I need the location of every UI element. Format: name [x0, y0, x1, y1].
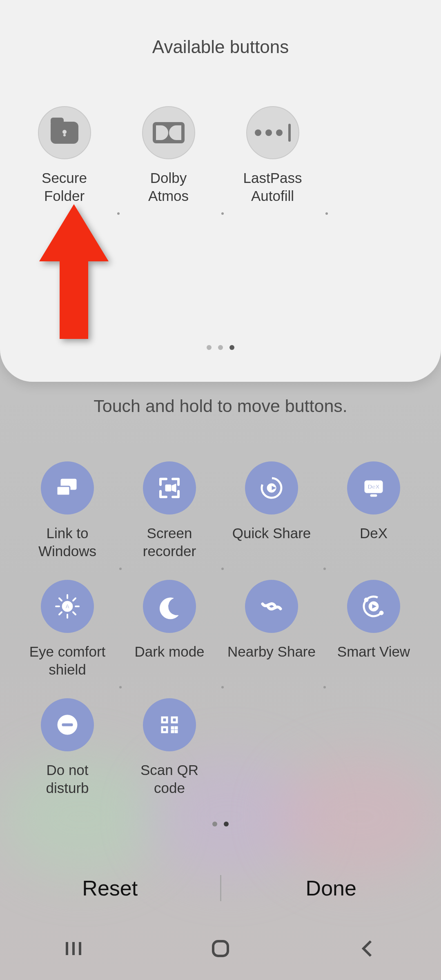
svg-rect-9: [370, 494, 377, 497]
link-windows-icon: [41, 461, 94, 514]
svg-line-20: [59, 612, 62, 615]
dnd-icon: [41, 698, 94, 751]
svg-rect-33: [163, 728, 166, 731]
svg-text:DeX: DeX: [368, 483, 379, 490]
svg-rect-41: [213, 941, 228, 956]
svg-rect-34: [171, 726, 174, 729]
available-tile-dolby-atmos[interactable]: Dolby Atmos: [116, 106, 220, 216]
tile-label: Dark mode: [134, 643, 204, 661]
svg-point-23: [379, 611, 383, 615]
dolby-icon: [142, 106, 195, 159]
tile-dex[interactable]: DeX DeX: [323, 461, 425, 580]
svg-rect-31: [173, 718, 176, 722]
active-grid: Link to Windows Screen recorder Quick Sh…: [12, 461, 429, 817]
available-tile-lastpass[interactable]: LastPass Autofill: [220, 106, 325, 216]
tile-eye-comfort-shield[interactable]: A Eye comfort shield: [16, 580, 118, 698]
dex-icon: DeX: [347, 461, 400, 514]
svg-rect-2: [57, 486, 70, 495]
smart-view-icon: [347, 580, 400, 633]
android-nav-bar: [0, 919, 441, 980]
tile-label: Do not disturb: [46, 761, 89, 797]
tile-scan-qr-code[interactable]: Scan QR code: [118, 698, 220, 817]
tile-label: Scan QR code: [140, 761, 198, 797]
screen-recorder-icon: [143, 461, 196, 514]
svg-line-18: [73, 612, 76, 615]
svg-line-19: [73, 598, 76, 601]
svg-line-17: [59, 598, 62, 601]
svg-text:A: A: [65, 603, 69, 610]
reset-button[interactable]: Reset: [0, 876, 220, 900]
tile-quick-share[interactable]: Quick Share: [220, 461, 323, 580]
available-page-dots[interactable]: [207, 345, 234, 350]
dark-mode-icon: [143, 580, 196, 633]
tile-smart-view[interactable]: Smart View: [323, 580, 425, 698]
done-button[interactable]: Done: [221, 876, 441, 900]
svg-point-22: [364, 598, 368, 602]
svg-rect-37: [175, 730, 178, 733]
tile-nearby-share[interactable]: Nearby Share: [220, 580, 323, 698]
tile-label: DeX: [360, 524, 388, 542]
eye-comfort-icon: A: [41, 580, 94, 633]
lastpass-icon: [246, 106, 299, 159]
svg-rect-29: [163, 718, 166, 722]
quick-share-icon: [245, 461, 298, 514]
available-title: Available buttons: [0, 37, 441, 57]
svg-rect-3: [165, 485, 171, 491]
footer-bar: Reset Done: [0, 858, 441, 919]
active-page-dots[interactable]: [212, 822, 229, 826]
active-buttons-area: Link to Windows Screen recorder Quick Sh…: [0, 461, 441, 817]
tile-label: Smart View: [337, 643, 410, 661]
nearby-share-icon: [245, 580, 298, 633]
svg-rect-35: [175, 726, 178, 729]
tile-label: Quick Share: [232, 524, 311, 542]
tile-label: Eye comfort shield: [29, 643, 106, 679]
back-button[interactable]: [354, 935, 381, 963]
tile-screen-recorder[interactable]: Screen recorder: [118, 461, 220, 580]
available-tile-secure-folder[interactable]: Secure Folder: [12, 106, 116, 216]
tile-do-not-disturb[interactable]: Do not disturb: [16, 698, 118, 817]
svg-rect-27: [62, 723, 73, 726]
tile-label: Nearby Share: [227, 643, 316, 661]
qr-icon: [143, 698, 196, 751]
recents-button[interactable]: [60, 935, 87, 963]
instruction-text: Touch and hold to move buttons.: [0, 396, 441, 416]
folder-lock-icon: [38, 106, 91, 159]
available-tile-empty: [325, 106, 429, 216]
home-button[interactable]: [207, 935, 234, 963]
available-buttons-panel: Available buttons Secure Folder Dolby At…: [0, 0, 441, 382]
tile-label: Screen recorder: [143, 524, 196, 560]
available-grid: Secure Folder Dolby Atmos LastPass Autof…: [0, 106, 441, 216]
tile-label: Dolby Atmos: [148, 169, 189, 205]
tile-link-to-windows[interactable]: Link to Windows: [16, 461, 118, 580]
svg-marker-4: [172, 484, 176, 492]
tile-label: LastPass Autofill: [243, 169, 302, 205]
tile-label: Secure Folder: [42, 169, 87, 205]
tile-label: Link to Windows: [38, 524, 96, 560]
svg-rect-36: [171, 730, 174, 733]
tile-dark-mode[interactable]: Dark mode: [118, 580, 220, 698]
